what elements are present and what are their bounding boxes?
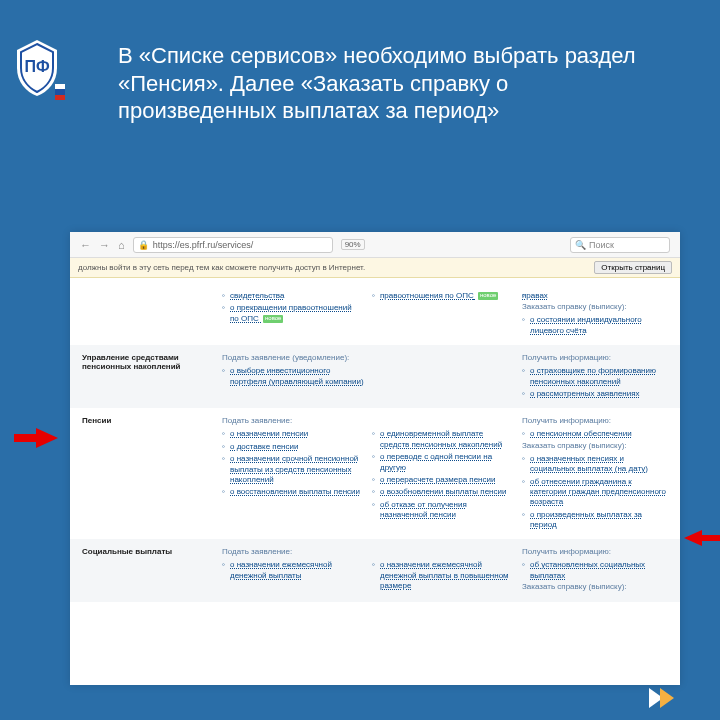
red-arrow-right bbox=[684, 530, 702, 546]
badge-new: новое bbox=[263, 315, 283, 323]
link-assign-pension[interactable]: о назначении пенсии bbox=[222, 428, 364, 440]
svg-text:ПФ: ПФ bbox=[24, 58, 50, 75]
link-refuse-pension[interactable]: об отказе от получения назначенной пенси… bbox=[372, 499, 514, 522]
badge-new: новое bbox=[478, 292, 498, 300]
head-order-cert-0: Заказать справку (выписку): bbox=[522, 302, 668, 311]
home-icon[interactable]: ⌂ bbox=[118, 239, 125, 251]
link-assigned-pensions-date[interactable]: о назначенных пенсиях и социальных выпла… bbox=[522, 453, 668, 476]
section-title-pensions: Пенсии bbox=[82, 416, 222, 531]
link-resume-payout[interactable]: о возобновлении выплаты пенсии bbox=[372, 486, 514, 498]
head-apply-1: Подать заявление (уведомление): bbox=[222, 353, 364, 362]
link-pravootnosheniya-ops[interactable]: правоотношения по ОПС новое bbox=[372, 290, 514, 302]
next-slide-icon[interactable] bbox=[652, 688, 674, 708]
link-ils-status[interactable]: о состоянии индивидуального лицевого счё… bbox=[522, 314, 668, 337]
link-reviewed-apps[interactable]: о рассмотренных заявлениях bbox=[522, 388, 668, 400]
zoom-level[interactable]: 90% bbox=[341, 239, 365, 250]
search-placeholder: Поиск bbox=[589, 240, 614, 250]
lock-icon: 🔒 bbox=[138, 240, 149, 250]
head-order-cert-3: Заказать справку (выписку): bbox=[522, 582, 668, 591]
browser-window: ← → ⌂ 🔒 https://es.pfrf.ru/services/ 90%… bbox=[70, 232, 680, 685]
browser-info-bar: должны войти в эту сеть перед тем как см… bbox=[70, 258, 680, 278]
section-title-social: Социальные выплаты bbox=[82, 547, 222, 594]
head-order-cert-2: Заказать справку (выписку): bbox=[522, 441, 668, 450]
head-info-3: Получить информацию: bbox=[522, 547, 668, 556]
search-box[interactable]: 🔍 Поиск bbox=[570, 237, 670, 253]
link-urgent-payout[interactable]: о назначении срочной пенсионной выплаты … bbox=[222, 453, 364, 486]
russian-flag-icon bbox=[55, 84, 65, 100]
forward-icon[interactable]: → bbox=[99, 239, 110, 251]
link-svidetelstva[interactable]: свидетельства bbox=[222, 290, 364, 302]
link-monthly-payment-increased[interactable]: о назначении ежемесячной денежной выплат… bbox=[372, 559, 514, 592]
head-apply-3: Подать заявление: bbox=[222, 547, 364, 556]
section-title-savings: Управление средствами пенсионных накопле… bbox=[82, 353, 222, 400]
instruction-headline: В «Списке сервисов» необходимо выбрать р… bbox=[118, 42, 670, 125]
link-established-social[interactable]: об установленных социальных выплатах bbox=[522, 559, 668, 582]
link-insurer-info[interactable]: о страховщике по формированию пенсионных… bbox=[522, 365, 668, 388]
link-restore-payout[interactable]: о восстановлении выплаты пенсии bbox=[222, 486, 364, 498]
link-invest-portfolio[interactable]: о выборе инвестиционного портфеля (управ… bbox=[222, 365, 364, 388]
row-pension-savings: Управление средствами пенсионных накопле… bbox=[70, 345, 680, 408]
row-pensions: Пенсии Подать заявление: о назначении пе… bbox=[82, 408, 668, 539]
url-bar[interactable]: 🔒 https://es.pfrf.ru/services/ bbox=[133, 237, 333, 253]
page-content: свидетельства о прекращении правоотношен… bbox=[70, 278, 680, 614]
red-arrow-left bbox=[36, 428, 58, 448]
back-icon[interactable]: ← bbox=[80, 239, 91, 251]
row-social-payments: Социальные выплаты Подать заявление: о н… bbox=[70, 539, 680, 602]
head-info-2: Получить информацию: bbox=[522, 416, 668, 425]
row-partial-top: свидетельства о прекращении правоотношен… bbox=[82, 282, 668, 345]
url-text: https://es.pfrf.ru/services/ bbox=[153, 240, 254, 250]
infobar-open-button[interactable]: Открыть страниц bbox=[594, 261, 672, 274]
head-apply-2: Подать заявление: bbox=[222, 416, 364, 425]
search-icon: 🔍 bbox=[575, 240, 586, 250]
link-recalc-pension[interactable]: о перерасчете размера пенсии bbox=[372, 474, 514, 486]
link-prekrashchenie-ops[interactable]: о прекращении правоотношений по ОПС ново… bbox=[222, 302, 364, 325]
link-pension-provision[interactable]: о пенсионном обеспечении bbox=[522, 428, 668, 440]
browser-toolbar: ← → ⌂ 🔒 https://es.pfrf.ru/services/ 90%… bbox=[70, 232, 680, 258]
link-monthly-payment[interactable]: о назначении ежемесячной денежной выплат… bbox=[222, 559, 364, 582]
link-delivery-pension[interactable]: о доставке пенсии bbox=[222, 441, 364, 453]
link-lump-sum[interactable]: о единовременной выплате средств пенсион… bbox=[372, 428, 514, 451]
link-payments-for-period[interactable]: о произведенных выплатах за период bbox=[522, 509, 668, 532]
infobar-message: должны войти в эту сеть перед тем как см… bbox=[78, 263, 365, 272]
pfr-logo: ПФ bbox=[12, 38, 62, 98]
link-pravah[interactable]: правах bbox=[522, 290, 668, 302]
head-info-1: Получить информацию: bbox=[522, 353, 668, 362]
link-prepension-age[interactable]: об отнесении гражданина к категории граж… bbox=[522, 476, 668, 509]
link-transfer-pension[interactable]: о переводе с одной пенсии на другую bbox=[372, 451, 514, 474]
